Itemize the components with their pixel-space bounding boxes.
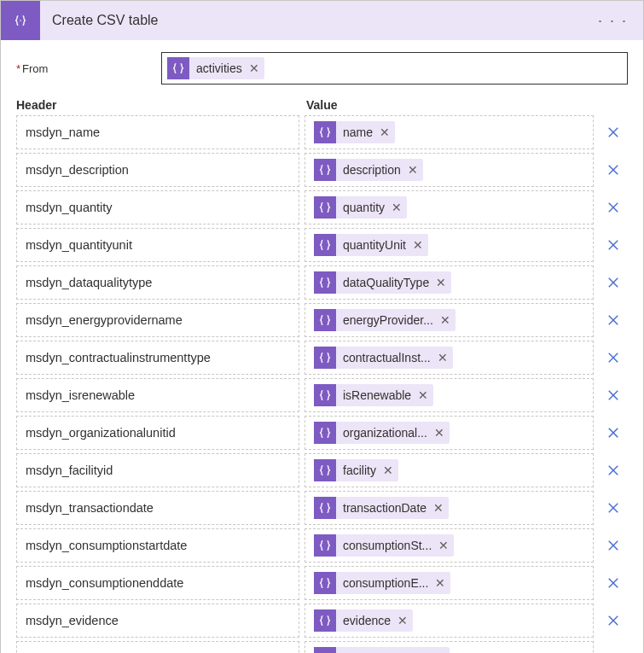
- token-remove-icon[interactable]: ✕: [435, 576, 445, 590]
- delete-row-button[interactable]: [599, 641, 628, 653]
- delete-row-button[interactable]: [599, 153, 628, 187]
- value-token[interactable]: energyProvider...✕: [314, 309, 455, 331]
- token-remove-icon[interactable]: ✕: [392, 201, 402, 214]
- delete-row-button[interactable]: [599, 453, 628, 487]
- table-head: Header Value: [16, 96, 628, 115]
- value-input[interactable]: quantity✕: [305, 190, 594, 224]
- header-input[interactable]: msdyn_organizationalunitid: [16, 416, 299, 450]
- value-input[interactable]: organizational...✕: [305, 416, 594, 450]
- svg-point-0: [20, 20, 21, 21]
- delete-row-button[interactable]: [599, 228, 628, 262]
- braces-icon: [314, 347, 336, 369]
- header-input[interactable]: msdyn_description: [16, 153, 299, 187]
- header-input[interactable]: msdyn_name: [16, 115, 299, 149]
- value-input[interactable]: quantityUnit✕: [305, 228, 594, 262]
- header-input[interactable]: msdyn_energyprovidername: [16, 303, 299, 337]
- delete-row-button[interactable]: [599, 491, 628, 525]
- delete-row-button[interactable]: [599, 115, 628, 149]
- header-input[interactable]: msdyn_contractualinstrumenttype: [16, 341, 299, 375]
- token-remove-icon[interactable]: ✕: [249, 61, 259, 75]
- value-token[interactable]: transactionDate✕: [314, 497, 449, 519]
- header-input[interactable]: msdyn_transactiondate: [16, 491, 299, 525]
- table-row: msdyn_descriptiondescription✕: [16, 153, 628, 187]
- from-token[interactable]: activities ✕: [167, 57, 264, 79]
- card-header[interactable]: Create CSV table · · ·: [1, 1, 643, 40]
- token-remove-icon[interactable]: ✕: [418, 388, 428, 402]
- token-remove-icon[interactable]: ✕: [383, 464, 393, 477]
- delete-row-button[interactable]: [599, 528, 628, 563]
- token-remove-icon[interactable]: ✕: [438, 351, 448, 364]
- value-token[interactable]: dataQualityType✕: [314, 271, 451, 294]
- delete-row-button[interactable]: [599, 265, 628, 300]
- delete-row-button[interactable]: [599, 566, 628, 600]
- value-input[interactable]: contractualInst...✕: [305, 341, 594, 375]
- header-input[interactable]: msdyn_consumptionenddate: [16, 566, 299, 600]
- header-input[interactable]: msdyn_evidence: [16, 603, 299, 638]
- value-token-label: consumptionE...: [343, 576, 428, 590]
- value-token[interactable]: quantity✕: [314, 196, 407, 219]
- table-row: msdyn_namename✕: [16, 115, 628, 149]
- delete-row-button[interactable]: [599, 341, 628, 375]
- value-input[interactable]: originCorrelati...✕: [305, 641, 594, 653]
- value-token-label: quantityUnit: [343, 238, 406, 252]
- table-row: msdyn_origincorrelationidoriginCorrelati…: [16, 641, 628, 653]
- token-remove-icon[interactable]: ✕: [436, 276, 446, 289]
- braces-icon: [314, 497, 336, 519]
- braces-icon: [167, 57, 189, 79]
- table-row: msdyn_quantityunitquantityUnit✕: [16, 228, 628, 262]
- value-token[interactable]: originCorrelati...✕: [314, 647, 450, 653]
- value-token[interactable]: contractualInst...✕: [314, 347, 453, 369]
- rows-container: msdyn_namename✕msdyn_descriptiondescript…: [16, 115, 628, 653]
- value-token[interactable]: name✕: [314, 121, 395, 143]
- value-token-label: transactionDate: [343, 501, 426, 515]
- value-token-label: contractualInst...: [343, 351, 431, 364]
- token-remove-icon[interactable]: ✕: [408, 163, 418, 177]
- token-remove-icon[interactable]: ✕: [380, 125, 390, 139]
- delete-row-button[interactable]: [599, 603, 628, 638]
- value-token[interactable]: consumptionE...✕: [314, 572, 450, 594]
- value-token[interactable]: description✕: [314, 159, 423, 181]
- value-input[interactable]: dataQualityType✕: [305, 265, 594, 300]
- braces-icon: [314, 384, 336, 406]
- value-token[interactable]: organizational...✕: [314, 422, 450, 444]
- token-remove-icon[interactable]: ✕: [397, 614, 408, 627]
- header-input[interactable]: msdyn_quantityunit: [16, 228, 299, 262]
- from-row: *From activities ✕: [16, 52, 628, 85]
- action-card: Create CSV table · · · *From activities …: [0, 0, 644, 653]
- value-token-label: consumptionSt...: [343, 539, 432, 552]
- value-token[interactable]: quantityUnit✕: [314, 234, 428, 256]
- delete-row-button[interactable]: [599, 378, 628, 412]
- value-token[interactable]: facility✕: [314, 459, 398, 481]
- value-token-label: organizational...: [343, 426, 427, 440]
- token-remove-icon[interactable]: ✕: [433, 501, 444, 515]
- delete-row-button[interactable]: [599, 303, 628, 337]
- value-input[interactable]: consumptionE...✕: [305, 566, 594, 600]
- delete-row-button[interactable]: [599, 416, 628, 450]
- value-input[interactable]: transactionDate✕: [305, 491, 594, 525]
- value-input[interactable]: consumptionSt...✕: [305, 528, 594, 563]
- header-input[interactable]: msdyn_origincorrelationid: [16, 641, 299, 653]
- value-token[interactable]: evidence✕: [314, 609, 413, 632]
- value-token[interactable]: isRenewable✕: [314, 384, 433, 406]
- token-remove-icon[interactable]: ✕: [434, 426, 444, 440]
- header-input[interactable]: msdyn_quantity: [16, 190, 299, 224]
- token-remove-icon[interactable]: ✕: [413, 238, 423, 252]
- value-input[interactable]: evidence✕: [305, 603, 594, 638]
- value-input[interactable]: energyProvider...✕: [305, 303, 594, 337]
- braces-icon: [314, 459, 336, 481]
- from-input[interactable]: activities ✕: [161, 52, 628, 85]
- header-input[interactable]: msdyn_consumptionstartdate: [16, 528, 299, 563]
- value-input[interactable]: name✕: [305, 115, 594, 149]
- header-input[interactable]: msdyn_facilityid: [16, 453, 299, 487]
- card-menu-button[interactable]: · · ·: [591, 9, 635, 33]
- token-remove-icon[interactable]: ✕: [438, 539, 449, 552]
- value-token[interactable]: consumptionSt...✕: [314, 534, 454, 557]
- token-remove-icon[interactable]: ✕: [440, 313, 450, 327]
- value-token-label: isRenewable: [343, 388, 411, 402]
- value-input[interactable]: facility✕: [305, 453, 594, 487]
- header-input[interactable]: msdyn_isrenewable: [16, 378, 299, 412]
- header-input[interactable]: msdyn_dataqualitytype: [16, 265, 299, 300]
- value-input[interactable]: description✕: [305, 153, 594, 187]
- value-input[interactable]: isRenewable✕: [305, 378, 594, 412]
- delete-row-button[interactable]: [599, 190, 628, 224]
